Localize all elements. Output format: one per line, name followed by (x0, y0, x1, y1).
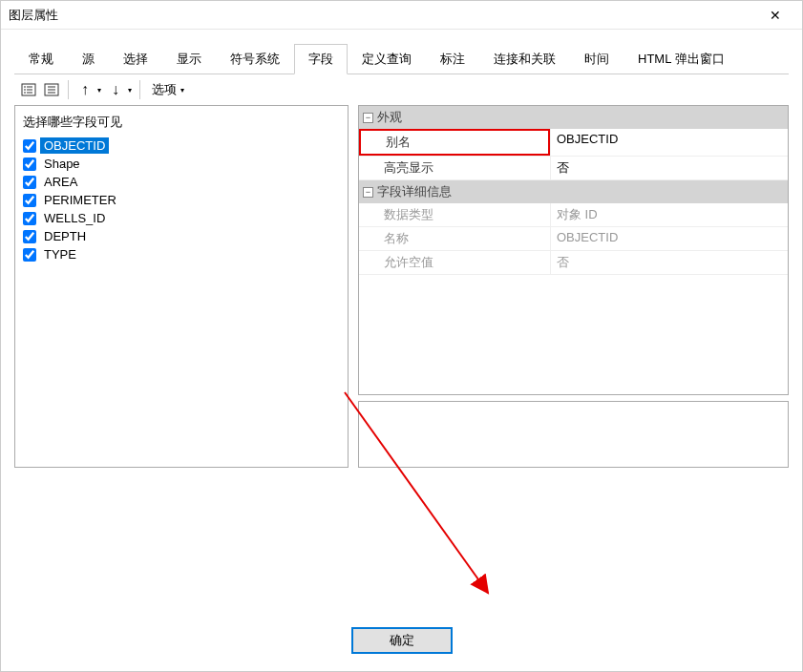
field-item[interactable]: DEPTH (19, 227, 344, 245)
tab-HTML 弹出窗口[interactable]: HTML 弹出窗口 (623, 44, 739, 74)
prop-value[interactable]: 否 (550, 157, 788, 179)
field-checkbox[interactable] (23, 230, 36, 243)
field-item[interactable]: OBJECTID (19, 136, 344, 155)
field-checkbox[interactable] (23, 248, 36, 262)
field-label: AREA (40, 174, 81, 190)
prop-label: 名称 (359, 227, 550, 250)
tab-strip: 常规源选择显示符号系统字段定义查询标注连接和关联时间HTML 弹出窗口 (14, 43, 789, 74)
prop-row[interactable]: 别名OBJECTID (359, 129, 788, 157)
field-item[interactable]: WELLS_ID (19, 209, 344, 227)
field-label: WELLS_ID (40, 210, 109, 226)
field-label: DEPTH (40, 228, 90, 244)
prop-group-title: 外观 (377, 109, 402, 126)
property-grid: −外观别名OBJECTID高亮显示否−字段详细信息数据类型对象 ID名称OBJE… (358, 105, 789, 395)
tab-源[interactable]: 源 (68, 44, 109, 74)
prop-row: 数据类型对象 ID (359, 203, 788, 227)
field-list: OBJECTIDShapeAREAPERIMETERWELLS_IDDEPTHT… (19, 136, 344, 263)
tab-连接和关联[interactable]: 连接和关联 (479, 44, 570, 74)
tab-定义查询[interactable]: 定义查询 (348, 44, 426, 74)
collapse-icon[interactable]: − (363, 113, 373, 123)
arrow-down-icon: ↓ (105, 79, 126, 100)
toolbar-separator (68, 80, 69, 99)
collapse-icon[interactable]: − (363, 187, 373, 198)
prop-group-header[interactable]: −外观 (359, 106, 788, 129)
tab-符号系统[interactable]: 符号系统 (216, 44, 294, 74)
layer-properties-dialog: 图层属性 ✕ 常规源选择显示符号系统字段定义查询标注连接和关联时间HTML 弹出… (0, 0, 803, 672)
prop-row: 允许空值否 (359, 251, 788, 275)
field-checkbox[interactable] (23, 176, 36, 189)
field-checkbox[interactable] (23, 194, 36, 207)
toolbar-separator (139, 80, 140, 99)
field-label: OBJECTID (40, 137, 109, 154)
prop-row: 名称OBJECTID (359, 227, 788, 251)
prop-label: 别名 (359, 129, 550, 156)
dropdown-arrow-icon[interactable]: ▾ (95, 86, 103, 94)
toolbar: ↑ ▾ ↓ ▾ 选项 ▾ (14, 74, 789, 105)
right-column: −外观别名OBJECTID高亮显示否−字段详细信息数据类型对象 ID名称OBJE… (358, 105, 789, 468)
field-checkbox[interactable] (23, 212, 36, 225)
dropdown-arrow-icon[interactable]: ▾ (126, 86, 134, 94)
field-item[interactable]: Shape (19, 155, 344, 173)
options-dropdown[interactable]: 选项 ▾ (146, 79, 192, 100)
tab-字段[interactable]: 字段 (294, 44, 348, 74)
field-label: Shape (40, 156, 84, 172)
tab-选择[interactable]: 选择 (109, 44, 162, 74)
prop-group-header[interactable]: −字段详细信息 (359, 180, 788, 203)
move-down-button[interactable]: ↓ ▾ (105, 79, 134, 100)
prop-value: 否 (550, 251, 788, 274)
dialog-footer: 确定 (1, 627, 802, 654)
move-up-button[interactable]: ↑ ▾ (74, 79, 103, 100)
close-button[interactable]: ✕ (756, 2, 794, 29)
window-title: 图层属性 (9, 7, 58, 24)
prop-value: 对象 ID (550, 203, 788, 226)
prop-label: 高亮显示 (359, 157, 550, 179)
field-label: PERIMETER (40, 192, 120, 208)
tab-显示[interactable]: 显示 (162, 44, 216, 74)
field-item[interactable]: PERIMETER (19, 191, 344, 209)
field-checkbox[interactable] (23, 158, 36, 171)
field-panel-heading: 选择哪些字段可见 (19, 112, 344, 136)
panels: 选择哪些字段可见 OBJECTIDShapeAREAPERIMETERWELLS… (14, 105, 789, 468)
dropdown-arrow-icon: ▾ (179, 86, 186, 94)
list-checked-icon[interactable] (18, 79, 39, 100)
prop-label: 数据类型 (359, 203, 550, 226)
list-unchecked-icon[interactable] (41, 79, 62, 100)
field-item[interactable]: AREA (19, 173, 344, 191)
field-visibility-panel: 选择哪些字段可见 OBJECTIDShapeAREAPERIMETERWELLS… (14, 105, 349, 468)
field-label: TYPE (40, 246, 80, 262)
prop-value[interactable]: OBJECTID (550, 129, 788, 156)
options-label: 选项 (152, 81, 177, 98)
prop-group-title: 字段详细信息 (377, 183, 452, 200)
prop-label: 允许空值 (359, 251, 550, 274)
prop-value: OBJECTID (550, 227, 788, 250)
field-checkbox[interactable] (23, 139, 36, 153)
titlebar: 图层属性 ✕ (1, 1, 802, 30)
field-item[interactable]: TYPE (19, 245, 344, 263)
content-area: 常规源选择显示符号系统字段定义查询标注连接和关联时间HTML 弹出窗口 ↑ ▾ … (1, 30, 802, 475)
prop-row[interactable]: 高亮显示否 (359, 157, 788, 180)
tab-时间[interactable]: 时间 (570, 44, 623, 74)
arrow-up-icon: ↑ (74, 79, 95, 100)
tab-标注[interactable]: 标注 (426, 44, 479, 74)
tab-常规[interactable]: 常规 (14, 44, 68, 74)
ok-button[interactable]: 确定 (351, 627, 453, 654)
description-box (358, 401, 789, 468)
